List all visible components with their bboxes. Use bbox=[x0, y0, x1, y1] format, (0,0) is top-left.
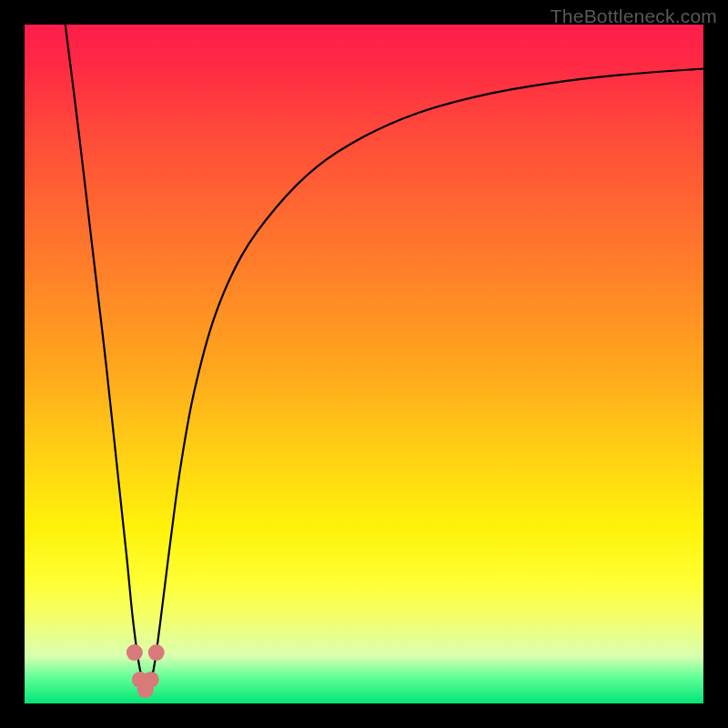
curve-dots bbox=[126, 644, 165, 698]
curve-svg bbox=[25, 25, 703, 703]
bottleneck-curve bbox=[66, 25, 703, 690]
chart-frame: TheBottleneck.com bbox=[0, 0, 728, 728]
curve-dot bbox=[126, 644, 143, 661]
curve-dot bbox=[148, 644, 165, 661]
plot-area bbox=[25, 25, 703, 703]
watermark-label: TheBottleneck.com bbox=[551, 5, 717, 27]
curve-dot bbox=[143, 672, 159, 688]
